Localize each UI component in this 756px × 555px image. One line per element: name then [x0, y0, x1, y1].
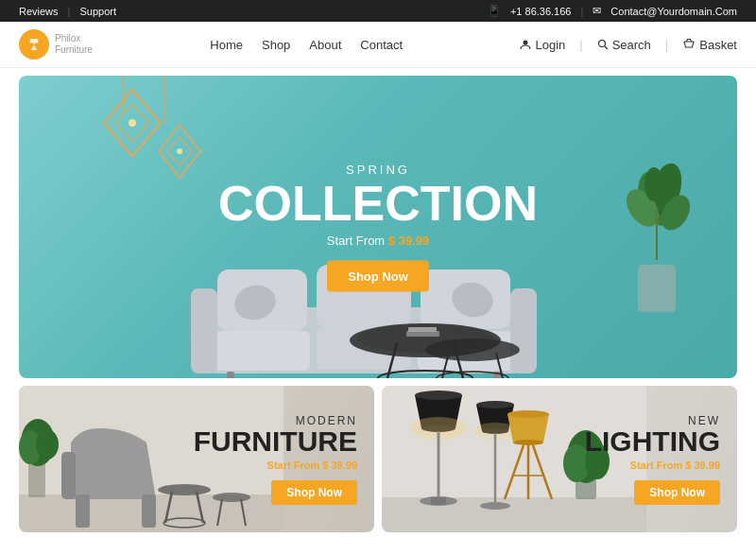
svg-line-37	[387, 343, 397, 378]
svg-point-14	[177, 148, 182, 154]
svg-marker-10	[115, 104, 149, 142]
navbar: Philox Furniture Home Shop About Contact…	[0, 22, 756, 68]
svg-rect-26	[215, 331, 310, 371]
svg-rect-22	[208, 307, 520, 373]
basket-button[interactable]: Basket	[682, 38, 737, 52]
svg-rect-41	[408, 327, 437, 332]
brand-sub: Furniture	[55, 44, 93, 56]
svg-line-38	[454, 343, 463, 378]
reviews-link[interactable]: Reviews	[19, 6, 59, 17]
main-nav: Home Shop About Contact	[210, 36, 403, 53]
svg-point-64	[415, 390, 462, 400]
basket-icon	[682, 38, 696, 51]
svg-point-35	[350, 323, 501, 357]
svg-rect-40	[406, 331, 439, 337]
hero-price-value: $ 39.99	[388, 234, 429, 248]
hero-content: SPRING COLLECTION Start From $ 39.99 Sho…	[218, 163, 538, 292]
phone-icon: 📱	[488, 5, 501, 17]
svg-marker-9	[104, 90, 161, 156]
svg-point-18	[620, 183, 665, 233]
svg-point-39	[378, 371, 472, 378]
top-bar: Reviews | Support 📱 +1 86.36.166 | ✉ Con…	[0, 0, 756, 22]
svg-rect-30	[510, 288, 537, 373]
svg-rect-32	[493, 372, 501, 378]
sep1: |	[68, 6, 71, 17]
svg-rect-54	[61, 452, 76, 499]
phone-number: +1 86.36.166	[510, 6, 572, 17]
banner-lighting-shop-button[interactable]: Shop Now	[634, 480, 720, 505]
logo-icon	[19, 29, 49, 60]
email-icon: ✉	[593, 5, 601, 17]
nav-contact[interactable]: Contact	[360, 38, 403, 52]
search-button[interactable]: Search	[597, 38, 651, 52]
sep2: |	[580, 6, 583, 17]
svg-point-80	[513, 440, 543, 445]
banner-lighting-text: NEW LIGHTING Start From $ 39.99 Shop Now	[585, 414, 720, 505]
svg-point-19	[656, 190, 696, 235]
brand-name: Philox	[55, 33, 93, 44]
banner-furniture-text: MODERN FURNITURE Start From $ 39.99 Shop…	[194, 414, 357, 505]
banner-furniture-price-val: $ 39.99	[322, 460, 357, 471]
banner-furniture: MODERN FURNITURE Start From $ 39.99 Shop…	[19, 386, 374, 532]
hero-shop-button[interactable]: Shop Now	[327, 261, 429, 292]
banner-lighting-price-val: $ 39.99	[685, 460, 720, 471]
nav-actions: Login | Search | Basket	[520, 38, 737, 52]
logo[interactable]: Philox Furniture	[19, 29, 93, 60]
svg-point-11	[129, 119, 136, 127]
svg-point-5	[598, 41, 605, 47]
hero-subtitle: SPRING	[218, 163, 538, 177]
svg-point-16	[631, 166, 682, 232]
logo-fox-icon	[25, 35, 43, 54]
svg-marker-13	[167, 137, 192, 165]
svg-point-74	[480, 502, 510, 510]
logo-text: Philox Furniture	[55, 33, 93, 56]
banner-lighting-price: Start From $ 39.99	[585, 460, 720, 471]
svg-point-79	[507, 410, 549, 418]
svg-marker-12	[159, 125, 200, 178]
svg-point-4	[524, 41, 528, 45]
login-button[interactable]: Login	[520, 38, 565, 52]
banner-furniture-title: FURNITURE	[194, 427, 357, 456]
top-bar-left: Reviews | Support	[19, 6, 116, 17]
svg-point-42	[425, 338, 520, 361]
banner-lighting: NEW LIGHTING Start From $ 39.99 Shop Now	[382, 386, 737, 532]
login-icon	[520, 39, 531, 50]
svg-rect-31	[227, 372, 234, 378]
svg-line-43	[442, 353, 449, 378]
hero-title: COLLECTION	[218, 179, 538, 228]
svg-point-3	[36, 41, 39, 43]
svg-rect-27	[317, 328, 411, 370]
svg-rect-52	[76, 494, 90, 528]
svg-rect-15	[638, 265, 676, 312]
svg-point-45	[437, 372, 508, 378]
svg-line-6	[605, 46, 608, 49]
top-bar-right: 📱 +1 86.36.166 | ✉ Contact@Yourdomain.Co…	[488, 5, 737, 17]
nav-home[interactable]: Home	[210, 38, 243, 52]
nav-about[interactable]: About	[309, 38, 341, 52]
svg-point-2	[30, 41, 33, 43]
support-link[interactable]: Support	[79, 6, 116, 17]
svg-point-70	[476, 401, 514, 408]
svg-rect-28	[418, 331, 512, 371]
svg-rect-29	[191, 288, 217, 373]
svg-line-44	[496, 353, 503, 378]
bottom-banners: MODERN FURNITURE Start From $ 39.99 Shop…	[19, 386, 737, 532]
svg-point-36	[357, 324, 493, 353]
svg-rect-69	[431, 497, 446, 505]
hero-price: Start From $ 39.99	[218, 234, 538, 248]
search-icon	[597, 39, 609, 50]
banner-furniture-price: Start From $ 39.99	[194, 460, 357, 471]
email-address: Contact@Yourdomain.Com	[610, 6, 737, 17]
banner-lighting-title: LIGHTING	[585, 427, 720, 456]
svg-point-20	[644, 167, 663, 201]
svg-rect-53	[142, 494, 156, 528]
banner-furniture-shop-button[interactable]: Shop Now	[271, 480, 357, 505]
hero-banner: SPRING COLLECTION Start From $ 39.99 Sho…	[19, 76, 737, 378]
svg-point-51	[36, 429, 59, 460]
nav-shop[interactable]: Shop	[262, 38, 290, 52]
svg-point-17	[645, 160, 686, 218]
